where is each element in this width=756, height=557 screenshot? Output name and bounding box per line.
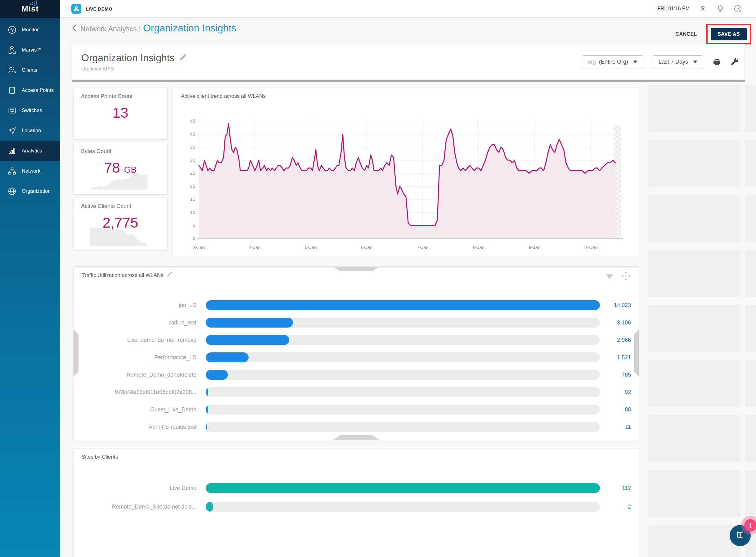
bar-track[interactable] (206, 405, 600, 414)
kpi-value: 78 (104, 159, 120, 176)
bar-row: Remote_Demo_donotdelete785 (82, 366, 631, 383)
widget-move-icon[interactable] (621, 271, 631, 282)
bar-fill (206, 335, 289, 345)
kpi-value: 2,775 (102, 214, 138, 231)
bar-track[interactable] (206, 318, 600, 327)
kpi-card-active-clients: Active Clients Count 2,775 (73, 198, 168, 251)
bar-label: Live_demo_do_not_remove (82, 337, 206, 343)
monitor-icon (7, 25, 17, 34)
bar-track[interactable] (206, 422, 600, 432)
analytics-icon (7, 146, 17, 155)
mist-logo[interactable]: Mist (0, 0, 60, 18)
svg-text:5: 5 (193, 223, 195, 228)
kpi-value: 13 (112, 105, 128, 121)
save-as-button[interactable]: SAVE AS (711, 28, 747, 40)
bar-row: Performance_LD1,521 (82, 349, 631, 366)
kpi-label: Access Points Count (81, 93, 132, 100)
bar-fill (206, 300, 600, 310)
cancel-button[interactable]: CANCEL (675, 31, 697, 37)
bar-track[interactable] (206, 352, 600, 362)
chevron-down-icon (693, 61, 697, 63)
help-icon[interactable]: ? (734, 5, 742, 13)
bar-track[interactable] (206, 300, 600, 310)
account-icon[interactable] (699, 5, 707, 13)
bar-value: 1,521 (600, 354, 631, 361)
breadcrumb-section[interactable]: Network Analytics (80, 25, 137, 33)
drag-handle-top[interactable] (333, 267, 380, 271)
sites-bars: Live Demo112Remote_Demo_Site(do not dele… (82, 479, 631, 516)
bar-fill (206, 483, 600, 493)
svg-text:30: 30 (190, 157, 195, 163)
widget-placeholder-box (648, 140, 740, 187)
widget-placeholder-box (648, 195, 740, 242)
edit-widget-pencil-icon[interactable] (167, 272, 172, 279)
bar-fill (206, 387, 208, 397)
drag-handle-bottom[interactable] (333, 435, 380, 440)
widget-placeholder-box (745, 140, 756, 187)
mist-logo-dots-icon (30, 0, 39, 5)
mist-wordmark: Mist (22, 4, 39, 14)
drag-handle-right[interactable] (634, 329, 639, 377)
sidebar-item-label: Analytics (22, 148, 42, 154)
time-range-select[interactable]: Last 7 Days (653, 55, 703, 69)
sidebar-item-marvis[interactable]: Marvis™ (0, 40, 60, 60)
bar-track[interactable] (206, 335, 600, 345)
bar-row: Live Demo112 (82, 479, 631, 497)
bar-track[interactable] (206, 387, 600, 397)
traffic-utilization-card: Traffic Utilization across all WLANs jon… (73, 266, 639, 440)
sidebar-item-label: Access Points (22, 88, 54, 93)
widget-placeholder-rail (648, 85, 740, 557)
title-divider-bar[interactable] (72, 80, 745, 82)
breadcrumb-separator: : (139, 25, 141, 33)
traffic-bars: jon_LD14,023radius_test3,106Live_demo_do… (82, 296, 631, 436)
bar-track[interactable] (206, 502, 600, 512)
bar-fill (206, 370, 228, 380)
widget-placeholder-box (745, 415, 756, 462)
bar-fill (206, 502, 213, 512)
sites-chart-title: Sites by Clients (82, 454, 118, 460)
print-icon[interactable] (713, 58, 721, 66)
bar-value: 2 (600, 504, 631, 510)
open-book-icon (734, 529, 746, 542)
settings-wrench-icon[interactable] (730, 58, 739, 66)
widget-placeholder-box (648, 360, 740, 407)
sidebar-item-switches[interactable]: Switches (0, 100, 60, 120)
network-icon (7, 167, 17, 176)
svg-text:10-Jan: 10-Jan (583, 245, 598, 250)
sidebar-item-monitor[interactable]: Monitor (0, 20, 60, 40)
bar-track[interactable] (206, 370, 600, 380)
marvis-icon (7, 45, 17, 55)
annotation-save-as-highlight: SAVE AS (706, 24, 751, 45)
trend-chart-card: Active client trend across all WLANs 051… (173, 88, 639, 256)
back-chevron-icon[interactable] (72, 24, 77, 33)
svg-text:35: 35 (190, 144, 195, 150)
drag-handle-left[interactable] (73, 329, 79, 377)
whats-new-bulb-icon[interactable] (716, 5, 724, 13)
sidebar-item-analytics[interactable]: Analytics (0, 141, 60, 161)
header-right: FRI, 01:16 PM ? (658, 5, 756, 13)
organization-icon (7, 186, 17, 196)
bar-track[interactable] (206, 483, 600, 493)
bar-label: Remote_Demo_Site(do not dele... (82, 504, 206, 510)
bar-value: 2,966 (600, 337, 631, 343)
app-root: Mist MonitorMarvis™ClientsAccess PointsS… (0, 0, 756, 557)
bar-value: 14,023 (600, 302, 631, 309)
sidebar-item-organization[interactable]: Organization (0, 181, 60, 201)
sidebar-item-network[interactable]: Network (0, 161, 60, 181)
widget-collapse-caret-icon[interactable] (606, 274, 613, 279)
kpi-card-bytes: Bytes Count 78 GB (73, 143, 168, 195)
sidebar-item-label: Switches (22, 108, 42, 113)
svg-text:40: 40 (190, 131, 195, 137)
live-demo-logo-icon[interactable] (71, 4, 81, 14)
svg-text:25: 25 (190, 171, 195, 176)
svg-text:9-Jan: 9-Jan (529, 245, 541, 250)
sidebar-item-location[interactable]: Location (0, 120, 60, 141)
bar-label: jon_LD (82, 302, 206, 309)
sidebar-item-accesspoints[interactable]: Access Points (0, 80, 60, 100)
edit-title-pencil-icon[interactable] (179, 54, 186, 62)
svg-text:6-Jan: 6-Jan (361, 245, 373, 250)
org-scope-select[interactable]: org (Entire Org) (582, 55, 643, 69)
sidebar-item-clients[interactable]: Clients (0, 60, 60, 80)
breadcrumb-page-title: Organization Insights (143, 22, 237, 34)
bar-fill (206, 352, 249, 362)
